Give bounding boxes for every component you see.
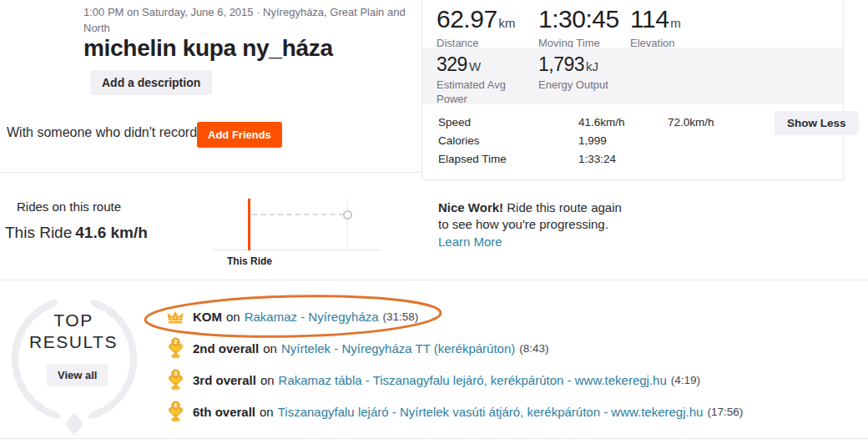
result-connector: on (226, 310, 240, 324)
left-section-divider (0, 172, 421, 173)
stat-energy-output: 1,793kJ Energy Output (538, 53, 632, 92)
add-description-button[interactable]: Add a description (90, 70, 212, 95)
encouragement-text: Nice Work! Ride this route again to see … (438, 199, 632, 233)
stat-avg-power: 329W Estimated Avg Power (437, 53, 530, 106)
detail-row-elapsed-time: Elapsed Time1:33:24 (438, 153, 772, 165)
learn-more-link[interactable]: Learn More (438, 235, 502, 249)
energy-output-unit: kJ (586, 59, 598, 73)
top-results-line2: RESULTS (15, 331, 132, 353)
result-rank: KOM (193, 310, 222, 324)
this-ride-marker-bar (248, 199, 250, 250)
trophy-icon: 6 (165, 401, 185, 422)
elevation-unit: m (670, 16, 681, 30)
segment-link[interactable]: Tiszanagyfalu lejáró - Nyírtelek vasúti … (278, 405, 704, 419)
this-ride-speed: 41.6 km/h (75, 224, 148, 241)
energy-output-label: Energy Output (538, 78, 632, 92)
activity-timestamp: 1:00 PM on Saturday, June 6, 2015 · Nyír… (83, 4, 416, 36)
result-time: (31:58) (383, 310, 419, 323)
result-rank: 3rd overall (193, 373, 256, 387)
stat-distance: 62.97km Distance (437, 5, 516, 49)
activity-title: michelin kupa ny_háza (83, 35, 333, 62)
top-results-line1: TOP (15, 310, 132, 331)
chart-gridline (347, 199, 348, 250)
svg-text:3: 3 (174, 371, 177, 376)
result-rank: 6th overall (193, 405, 255, 419)
result-connector: on (260, 373, 275, 387)
result-row-3rd: 3 3rd overall on Rakamaz tábla - Tiszana… (165, 369, 700, 391)
svg-text:6: 6 (174, 402, 177, 408)
trophy-icon: 3 (165, 369, 185, 391)
chart-baseline (213, 250, 380, 250)
calories-value: 1,999 (578, 134, 668, 147)
rides-on-route-heading: Rides on this route (17, 199, 121, 214)
energy-output-value: 1,793 (538, 53, 584, 75)
segment-link[interactable]: Nyírtelek - Nyíregyháza TT (kerékpárúton… (281, 341, 515, 356)
result-connector: on (260, 405, 274, 419)
calories-label: Calories (438, 134, 578, 147)
route-section-divider (0, 280, 868, 280)
stat-elevation: 114m Elevation (630, 5, 681, 49)
top-results-heading: TOP RESULTS (15, 310, 132, 353)
this-ride-summary: This Ride41.6 km/h (5, 224, 148, 242)
speed-avg: 41.6km/h (578, 116, 668, 129)
route-speed-chart: This Ride (209, 196, 388, 270)
segment-link[interactable]: Rakamaz tábla - Tiszanagyfalu lejáró, ke… (279, 373, 667, 387)
kom-crown-icon (165, 309, 185, 325)
elapsed-time-label: Elapsed Time (438, 153, 578, 165)
result-row-6th: 6 6th overall on Tiszanagyfalu lejáró - … (165, 401, 743, 422)
segment-link[interactable]: Rakamaz - Nyíregyháza (245, 310, 379, 324)
add-friends-button[interactable]: Add Friends (197, 122, 282, 148)
avg-power-label: Estimated Avg Power (437, 78, 530, 106)
activity-page: 1:00 PM on Saturday, June 6, 2015 · Nyír… (0, 0, 868, 444)
this-ride-label: This Ride (5, 224, 72, 241)
right-section-divider (421, 179, 844, 180)
view-all-button[interactable]: View all (47, 364, 108, 386)
ride-point-marker[interactable] (343, 210, 352, 219)
detail-row-speed: Speed41.6km/h72.0km/h (438, 116, 772, 129)
show-less-button[interactable]: Show Less (775, 111, 859, 135)
result-time: (17:56) (707, 406, 743, 418)
elapsed-time-value: 1:33:24 (578, 153, 668, 165)
moving-time-value: 1:30:45 (538, 5, 619, 33)
speed-max: 72.0km/h (668, 116, 714, 129)
result-row-2nd: 2 2nd overall on Nyírtelek - Nyíregyháza… (165, 337, 549, 359)
chart-axis-label: This Ride (215, 255, 284, 267)
result-time: (4:19) (671, 374, 700, 386)
stat-moving-time: 1:30:45 Moving Time (538, 5, 621, 49)
svg-text:2: 2 (174, 339, 177, 345)
avg-power-unit: W (469, 59, 481, 73)
nice-work-bold: Nice Work! (438, 200, 503, 214)
result-connector: on (263, 341, 277, 356)
elevation-value: 114 (630, 5, 669, 33)
speed-label: Speed (438, 116, 578, 129)
result-row-kom: KOM on Rakamaz - Nyíregyháza (31:58) (165, 305, 418, 327)
distance-unit: km (499, 16, 516, 30)
trophy-icon: 2 (165, 337, 185, 359)
detail-row-calories: Calories1,999 (438, 134, 772, 147)
avg-power-value: 329 (437, 53, 467, 75)
chart-dashed-reference-line (252, 214, 344, 215)
result-rank: 2nd overall (193, 341, 259, 356)
friends-prompt: With someone who didn't record? (7, 125, 204, 140)
stats-right-border (843, 0, 844, 179)
result-time: (8:43) (519, 342, 548, 355)
distance-value: 62.97 (437, 5, 497, 33)
